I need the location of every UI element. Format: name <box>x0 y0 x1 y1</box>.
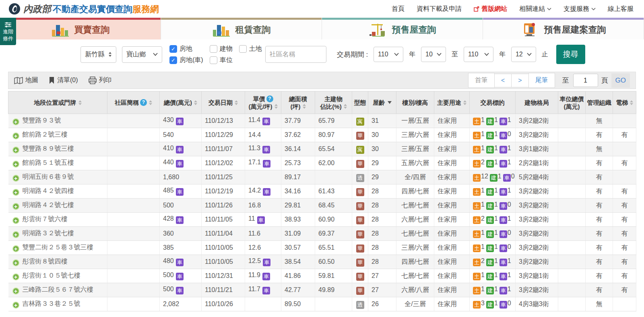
month-to-select[interactable]: 12 <box>511 47 536 62</box>
checkbox-house-land[interactable]: ✓房地 <box>169 45 203 53</box>
address-link[interactable]: 彤雲街８號四樓 <box>23 258 68 265</box>
address-link[interactable]: 明湖五街６巷９號 <box>23 173 74 180</box>
expand-row-icon[interactable]: + <box>12 288 19 294</box>
age-cell: 30 <box>368 142 396 156</box>
print-button[interactable]: 列印 <box>89 76 112 85</box>
sort-desc-icon[interactable] <box>388 101 392 104</box>
address-link[interactable]: 雙豐路９３號 <box>23 117 61 124</box>
expand-row-icon[interactable]: + <box>12 259 19 266</box>
list-button[interactable]: 清單(0) <box>49 76 78 85</box>
search-button[interactable]: 搜尋 <box>556 45 585 64</box>
expand-row-icon[interactable]: + <box>12 133 19 139</box>
col-elevator[interactable]: 電梯 <box>613 91 636 114</box>
district-select[interactable]: 寶山鄉 <box>122 46 162 63</box>
sort-icon[interactable] <box>303 104 306 109</box>
nav-home[interactable]: 首頁 <box>392 5 405 13</box>
month-from-select[interactable]: 10 <box>421 47 446 62</box>
address-cell: +館前路２號三樓 <box>8 128 107 142</box>
nav-related-links[interactable]: 相關連結 <box>519 5 551 13</box>
address-link[interactable]: 明湖路４２號四樓 <box>23 187 74 194</box>
management-cell: 有 <box>586 128 613 142</box>
address-link[interactable]: 雙豐路８９號三樓 <box>23 145 74 152</box>
prev-page-button[interactable]: < <box>494 74 512 87</box>
col-age[interactable]: 屋齡 <box>368 91 396 114</box>
sort-icon[interactable] <box>463 100 466 105</box>
address-link[interactable]: 雙豐二街２５巷３號三樓 <box>23 244 93 251</box>
tab-presale-project-query[interactable]: 預售屋建案查詢 <box>483 18 644 39</box>
year-to-select[interactable]: 110 <box>464 47 493 62</box>
col-date[interactable]: 交易日期 <box>202 91 245 114</box>
elevator-cell <box>613 142 636 156</box>
map-view-button[interactable]: 地圖 <box>14 76 38 85</box>
nav-downloads[interactable]: 資料下載及申請 <box>417 5 462 13</box>
last-page-button[interactable]: 尾筆 <box>528 73 555 88</box>
sort-icon[interactable] <box>78 100 82 105</box>
expand-row-icon[interactable]: + <box>12 147 19 153</box>
parking-badge: 車 <box>500 273 507 280</box>
address-link[interactable]: 三峰路二段５６７號六樓 <box>23 286 93 293</box>
address-link[interactable]: 明湖路３２號七樓 <box>23 230 74 236</box>
county-select[interactable]: 新竹縣 <box>80 46 116 63</box>
advanced-conditions-button[interactable]: 進階 條件 <box>0 18 16 45</box>
checkbox-parking[interactable]: 車位 <box>210 56 233 64</box>
col-community[interactable]: 社區簡稱? <box>107 91 160 114</box>
expand-row-icon[interactable]: + <box>12 118 19 125</box>
floor-cell: 四層/七層 <box>396 184 434 199</box>
expand-row-icon[interactable]: + <box>12 189 19 196</box>
address-link[interactable]: 明湖路４２號七樓 <box>23 201 74 208</box>
sort-icon[interactable] <box>149 100 152 105</box>
checkbox-house-land-parking[interactable]: ✓房地(車) <box>169 56 203 64</box>
parking-badge: 車 <box>500 188 507 196</box>
help-icon[interactable]: ? <box>266 95 273 102</box>
checkbox-building[interactable]: 建物 <box>210 45 233 53</box>
tab-sale-query[interactable]: 買賣查詢 <box>0 18 161 39</box>
expand-row-icon[interactable]: + <box>12 161 19 168</box>
elevator-cell <box>613 114 636 128</box>
management-cell: 無 <box>586 142 613 156</box>
type-cell: 華 <box>352 269 368 283</box>
land-badge: 土 <box>473 132 481 139</box>
address-link[interactable]: 彤雲街１０５號七樓 <box>23 272 80 279</box>
management-cell: 有 <box>586 184 613 199</box>
community-name-input[interactable] <box>265 46 326 63</box>
col-usage[interactable]: 主要用途 <box>434 91 470 114</box>
page-number-input[interactable] <box>573 74 598 87</box>
next-page-button[interactable]: > <box>511 74 528 87</box>
expand-row-icon[interactable]: + <box>12 273 19 280</box>
building-type-badge: 華 <box>356 132 364 140</box>
expand-row-icon[interactable]: + <box>12 175 19 182</box>
col-unit-price[interactable]: 單價?(萬元/坪) <box>245 91 281 114</box>
parking-price-cell <box>558 156 586 170</box>
col-total-price[interactable]: 總價(萬元) <box>160 91 202 114</box>
nav-online-service[interactable]: 線上客服 <box>608 5 634 13</box>
col-main-building-ratio[interactable]: 主建物佔比(%) <box>315 91 352 114</box>
sort-icon[interactable] <box>344 104 347 109</box>
address-link[interactable]: 彤雲街７號六樓 <box>23 215 68 222</box>
address-link[interactable]: 館前路２號三樓 <box>23 131 68 138</box>
sort-icon[interactable] <box>194 100 197 105</box>
address-link[interactable]: 館前路５１號五樓 <box>23 159 74 166</box>
expand-row-icon[interactable]: + <box>12 203 19 210</box>
address-link[interactable]: 吉林路３３巷２５號 <box>23 300 80 307</box>
floor-cell: 三層/六層 <box>396 128 434 142</box>
checkbox-land[interactable]: 土地 <box>239 45 262 53</box>
unit-price-cell: 11.6車 <box>245 227 281 241</box>
help-icon[interactable]: ? <box>140 99 147 106</box>
sort-icon[interactable] <box>275 104 278 109</box>
expand-row-icon[interactable]: + <box>12 231 19 238</box>
nav-support[interactable]: 支援服務 <box>564 5 596 13</box>
nav-old-site[interactable]: 舊版網站 <box>474 5 507 13</box>
sort-icon[interactable] <box>235 100 238 105</box>
col-address[interactable]: 地段位置或門牌 <box>8 91 107 114</box>
expand-row-icon[interactable]: + <box>12 217 19 224</box>
expand-row-icon[interactable]: + <box>12 302 19 309</box>
expand-row-icon[interactable]: + <box>12 245 19 252</box>
tab-rent-query[interactable]: 租賃查詢 <box>161 18 322 39</box>
go-button[interactable]: GO <box>611 73 630 88</box>
year-from-select[interactable]: 110 <box>374 47 403 62</box>
col-area[interactable]: 總面積(坪) <box>281 91 315 114</box>
first-page-button[interactable]: 首筆 <box>468 73 495 88</box>
tab-presale-query[interactable]: 預售屋查詢 <box>322 18 483 39</box>
sort-icon[interactable] <box>630 100 633 105</box>
page-label: 頁 <box>601 76 608 85</box>
